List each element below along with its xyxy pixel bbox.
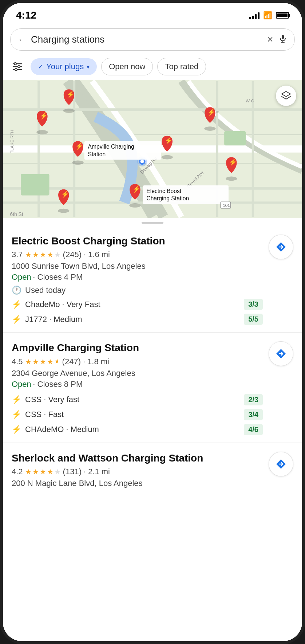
star-2: ★ [32, 467, 39, 476]
svg-text:⚡: ⚡ [207, 108, 216, 116]
result-info: Ampville Charging Station 4.5 ★ ★ ★ ★ ★ … [12, 341, 269, 435]
star-4: ★ [47, 357, 54, 366]
result-name: Sherlock and Wattson Charging Station [12, 452, 263, 465]
svg-point-30 [140, 160, 144, 163]
charger-info: CSS · Fast [25, 410, 64, 419]
svg-text:W C: W C [246, 98, 254, 103]
star-3: ★ [40, 357, 46, 366]
star-rating: ★ ★ ★ ★ ★ [25, 357, 60, 366]
signal-bar-3 [255, 14, 257, 19]
charger-left: ⚡ ChadeMo · Very Fast [12, 300, 100, 309]
bolt-icon: ⚡ [12, 300, 21, 309]
svg-point-42 [63, 109, 75, 113]
charger-info: CSS · Very fast [25, 395, 79, 404]
result-info: Sherlock and Wattson Charging Station 4.… [12, 452, 269, 490]
rating-number: 4.5 [12, 357, 23, 366]
directions-button[interactable] [269, 452, 293, 476]
review-count: (247) [62, 357, 81, 366]
star-5: ★ [54, 357, 60, 366]
charger-row-2: ⚡ CSS · Fast 3/4 [12, 409, 263, 420]
filter-bar: ✓ Your plugs ▾ Open now Top rated [3, 55, 302, 80]
distance: · [84, 467, 86, 476]
directions-button[interactable] [269, 235, 293, 259]
dropdown-icon: ▾ [87, 63, 90, 70]
svg-point-8 [15, 68, 17, 71]
bolt-icon: ⚡ [12, 395, 21, 404]
svg-rect-21 [224, 131, 246, 145]
clear-button[interactable]: ✕ [267, 35, 273, 44]
charger-info: J1772 · Medium [25, 315, 82, 324]
search-bar-container: ← Charging stations ✕ [3, 24, 302, 55]
result-header: Electric Boost Charging Station 3.7 ★ ★ … [12, 235, 293, 325]
svg-text:Electric Boost: Electric Boost [146, 188, 182, 194]
signal-bar-2 [252, 16, 254, 19]
svg-text:⚡: ⚡ [75, 142, 84, 150]
filter-chip-top-rated[interactable]: Top rated [157, 58, 206, 75]
result-address: 2304 George Avenue, Los Angeles [12, 369, 263, 378]
open-status: Open [12, 272, 31, 282]
back-button[interactable]: ← [18, 35, 26, 44]
charger-row-2: ⚡ J1772 · Medium 5/5 [12, 314, 263, 325]
svg-text:6th St: 6th St [10, 212, 23, 217]
review-count: (245) [63, 250, 82, 259]
charger-row-3: ⚡ CHAdeMO · Medium 4/6 [12, 424, 263, 435]
charger-left: ⚡ CSS · Fast [12, 410, 64, 419]
svg-point-46 [129, 203, 140, 208]
svg-text:Station: Station [88, 151, 106, 157]
map-layers-button[interactable] [276, 86, 296, 106]
result-header: Sherlock and Wattson Charging Station 4.… [12, 452, 293, 490]
star-4: ★ [47, 467, 54, 476]
svg-rect-0 [282, 35, 284, 39]
clock-icon: 🕐 [12, 286, 21, 295]
directions-button[interactable] [269, 341, 293, 366]
star-rating: ★ ★ ★ ★ ★ [25, 467, 61, 476]
review-count: (131) [63, 467, 82, 476]
result-address: 200 N Magic Lane Blvd, Los Angeles [12, 479, 263, 488]
svg-text:⚡: ⚡ [229, 158, 237, 166]
filter-chip-open-now[interactable]: Open now [101, 58, 153, 75]
filter-chip-your-plugs[interactable]: ✓ Your plugs ▾ [31, 58, 97, 75]
status-bar: 4:12 📶 [3, 3, 302, 24]
mic-button[interactable] [278, 34, 287, 45]
svg-text:⚡: ⚡ [67, 90, 75, 98]
star-5: ★ [54, 467, 61, 476]
map-container[interactable]: 6th St TLAKE RTH Dewap Rd Grand Ave Alpi… [3, 80, 302, 218]
svg-point-33 [72, 160, 83, 165]
result-rating-row: 3.7 ★ ★ ★ ★ ★ (245) · 1.6 mi [12, 250, 263, 259]
battery-icon [276, 12, 289, 19]
hours-text: · Closes 8 PM [33, 380, 83, 389]
signal-icon [249, 12, 260, 19]
star-4: ★ [47, 250, 54, 259]
charger-availability: 3/3 [244, 299, 263, 310]
phone-shell: 4:12 📶 ← Charging stations ✕ [0, 0, 305, 644]
charger-left: ⚡ J1772 · Medium [12, 315, 82, 324]
svg-text:⚡: ⚡ [40, 112, 48, 120]
open-status: Open [12, 380, 31, 389]
svg-point-38 [162, 155, 173, 160]
battery-fill [277, 13, 288, 17]
filter-chip-label: Your plugs [46, 62, 84, 71]
charger-availability: 3/4 [244, 409, 263, 420]
result-name: Electric Boost Charging Station [12, 235, 263, 248]
distance-value: 1.8 mi [87, 357, 109, 366]
filter-chip-label: Top rated [165, 62, 198, 71]
scroll-handle [142, 222, 163, 224]
signal-bar-1 [249, 17, 251, 19]
search-input[interactable]: Charging stations [31, 34, 262, 45]
svg-text:Charging Station: Charging Station [146, 195, 189, 201]
svg-point-6 [14, 63, 16, 65]
result-address: 1000 Sunrise Town Blvd, Los Angeles [12, 262, 263, 271]
svg-text:⚡: ⚡ [61, 190, 70, 198]
distance: · [84, 250, 86, 259]
svg-point-44 [226, 177, 237, 181]
distance-value: 1.6 mi [88, 250, 110, 259]
svg-text:101: 101 [223, 203, 230, 208]
charger-availability: 4/6 [244, 424, 263, 435]
filter-icon-button[interactable] [9, 58, 26, 75]
filter-chip-label: Open now [109, 62, 145, 71]
distance-value: 2.1 mi [88, 467, 110, 476]
bolt-icon: ⚡ [12, 425, 21, 434]
charger-row-1: ⚡ ChadeMo · Very Fast 3/3 [12, 299, 263, 310]
search-bar[interactable]: ← Charging stations ✕ [10, 28, 295, 51]
status-icons: 📶 [249, 11, 289, 20]
